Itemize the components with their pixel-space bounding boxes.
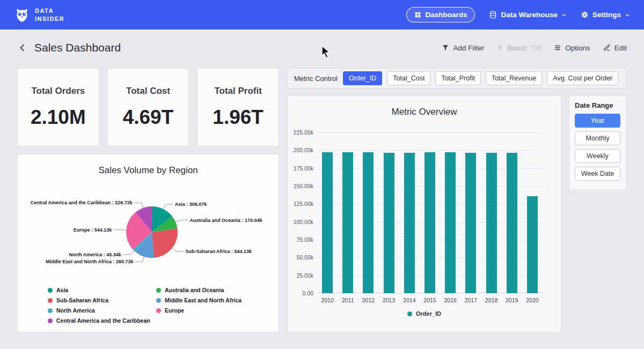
nav-settings-button[interactable]: Settings [581,11,630,19]
bolt-icon [497,44,503,51]
pie-label-leader-line [163,204,173,209]
metric-control-label: Metric Control [294,75,338,83]
pie-slice-label: Sub-Saharan Africa : 544.13k [185,249,252,254]
gridline [317,150,543,151]
pie-legend-label: Central America and the Caribbean [56,317,150,324]
x-axis-tick-label: 2010 [317,297,338,303]
pie-legend-label: Australia and Oceania [165,287,224,293]
pie-chart-title: Sales Volume by Region [18,165,279,176]
legend-dot [48,308,53,313]
bar [486,153,497,293]
edit-button[interactable]: Edit [603,44,627,52]
kpi-label: Total Orders [31,86,85,96]
legend-dot [156,308,161,313]
gridline [317,132,543,133]
boost-toggle[interactable]: Boost: Off [497,44,541,52]
back-button[interactable] [17,42,29,54]
kpi-row: Total Orders2.10MTotal Cost4.69TTotal Pr… [17,68,279,146]
x-axis-tick-label: 2018 [481,297,501,303]
logo-text: DATA INSIDER [35,7,64,23]
y-axis-tick-label: 175.00k [288,165,313,172]
pie-slice-label: North America : 45.34k [69,252,122,257]
x-axis-tick-label: 2016 [440,297,460,303]
boost-label: Boost: [507,44,528,52]
y-axis-tick-label: 125.00k [288,201,313,207]
metric-button-total-cost[interactable]: Total_Cost [387,71,430,85]
pie-legend-item-middle-east-and-north-africa[interactable]: Middle East and North Africa [156,297,241,303]
grid-icon [414,11,421,18]
nav-settings-label: Settings [592,11,621,19]
metric-button-total-profit[interactable]: Total_Profit [435,71,481,85]
edit-label: Edit [614,44,627,52]
pie-legend-item-europe[interactable]: Europe [156,307,241,314]
chevron-left-icon [17,42,28,53]
chart-legend-item[interactable]: Order_ID [407,310,441,317]
pie-slice-label: Europe : 544.13k [74,227,113,233]
pie-legend-item-central-america-and-the-caribbean[interactable]: Central America and the Caribbean [48,317,150,324]
sales-volume-card: Sales Volume by Region Asia : 306.07kAus… [17,154,279,332]
pie-label-leader-line [123,251,134,255]
metric-control-bar: Metric Control Order_IDTotal_CostTotal_P… [287,68,626,88]
pie-slice[interactable] [152,228,178,258]
date-range-button-monthly[interactable]: Monthly [575,131,620,145]
pie-slice-label: Australia and Oceania : 170.04k [189,218,262,223]
x-axis-tick-label: 2020 [522,297,543,303]
add-filter-button[interactable]: Add Filter [442,44,484,52]
metric-button-avg-cost-per-order[interactable]: Avg. Cost per Order [547,71,618,85]
x-axis-tick-label: 2012 [358,297,378,303]
bar [342,152,353,293]
pie-chart: Asia : 306.07kAustralia and Oceania : 17… [18,176,280,286]
pie-legend-label: North America [56,307,95,314]
bar [384,153,394,293]
nav-dashboards-label: Dashboards [425,11,467,19]
pie-legend-label: Asia [56,287,68,293]
date-range-button-year[interactable]: Year [575,114,620,128]
x-axis-tick-label: 2013 [379,297,399,303]
bar [465,153,476,293]
x-axis-tick-label: 2011 [338,297,358,303]
y-axis-tick-label: 0.00 [288,290,313,296]
y-axis-tick-label: 25.00k [288,272,313,279]
options-button[interactable]: Options [554,44,590,52]
options-label: Options [565,44,590,52]
pie-legend-label: Europe [165,307,184,314]
legend-dot [48,318,53,323]
metric-button-total-revenue[interactable]: Total_Revenue [486,71,542,85]
pie-label-leader-line [172,248,184,251]
y-axis-tick-label: 75.00k [288,236,313,243]
x-axis-tick-label: 2014 [399,297,420,303]
legend-dot [407,311,412,316]
pie-legend-item-sub-saharan-africa[interactable]: Sub-Saharan Africa [48,297,150,303]
date-range-card: Date Range YearMonthlyWeeklyWeek Date [569,95,626,190]
pie-legend-item-north-america[interactable]: North America [48,307,150,314]
owl-logo-icon [14,7,30,23]
pie-slice-label: Asia : 306.07k [175,202,208,207]
page-title: Sales Dashboard [34,41,121,54]
date-range-button-week-date[interactable]: Week Date [575,167,620,181]
bar-chart-title: Metric Overview [288,107,561,117]
bar [363,152,374,293]
x-axis-tick-label: 2019 [502,297,522,303]
bar [445,152,456,293]
kpi-value: 2.10M [31,106,86,129]
pie-legend-item-asia[interactable]: Asia [48,287,150,293]
legend-dot [48,288,53,293]
kpi-label: Total Cost [126,86,170,96]
metric-button-order-id[interactable]: Order_ID [343,71,382,85]
nav-data-warehouse-label: Data Warehouse [501,11,557,19]
pie-label-leader-line [175,220,188,222]
legend-dot [48,298,53,303]
y-axis-tick-label: 100.00k [288,219,313,225]
bar-plot-area [317,132,543,293]
pie-legend-item-australia-and-oceania[interactable]: Australia and Oceania [156,287,241,293]
top-navbar: DATA INSIDER Dashboards Data Warehouse [0,0,644,29]
kpi-value: 4.69T [123,106,174,129]
date-range-button-weekly[interactable]: Weekly [575,149,620,163]
gear-icon [581,11,589,19]
nav-data-warehouse-button[interactable]: Data Warehouse [489,11,566,19]
database-icon [489,11,497,19]
metric-overview-card: Metric Overview Order_ID 0.0025.00k50.00… [287,95,561,332]
legend-label: Order_ID [416,310,441,317]
x-axis-tick-label: 2015 [420,297,440,303]
nav-dashboards-button[interactable]: Dashboards [406,7,475,23]
